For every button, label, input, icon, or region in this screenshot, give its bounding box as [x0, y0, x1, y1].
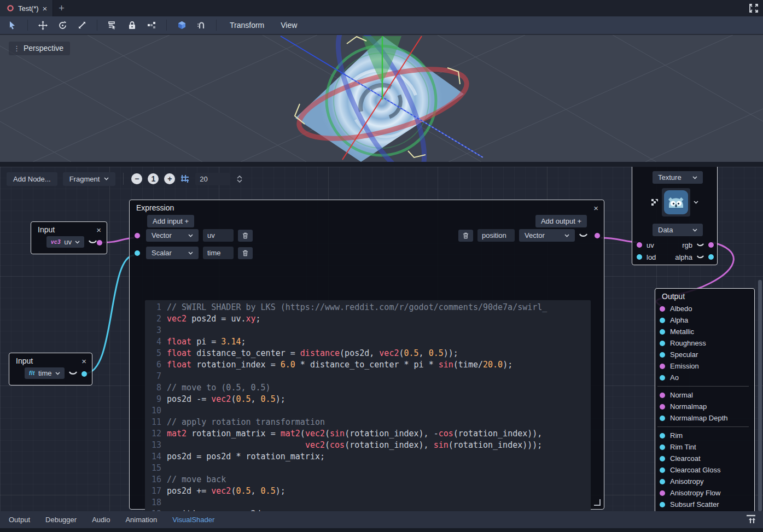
output-port-dot[interactable] — [708, 254, 714, 260]
input-name-field[interactable]: uv — [203, 229, 234, 242]
code-line[interactable]: 5float distance_to_center = distance(pos… — [145, 348, 591, 359]
node-resize-handle[interactable] — [594, 499, 601, 506]
close-icon[interactable]: × — [96, 226, 101, 234]
select-tool-button[interactable] — [7, 19, 19, 31]
remove-output-button[interactable] — [458, 230, 473, 242]
port-preview-icon[interactable] — [697, 255, 704, 259]
code-line[interactable]: 7 — [145, 371, 591, 382]
input-source-dropdown[interactable]: flt time — [25, 367, 65, 379]
perspective-menu[interactable]: ⋮ Perspective — [9, 42, 70, 55]
graph-vscrollbar[interactable] — [758, 280, 762, 511]
group-selected-button[interactable] — [145, 19, 158, 31]
code-line[interactable]: 15 — [145, 463, 591, 474]
chevron-down-icon[interactable] — [694, 201, 698, 204]
code-line[interactable]: 18 — [145, 497, 591, 508]
input-type-dropdown[interactable]: Vector — [146, 229, 199, 242]
expand-bottom-panel-icon[interactable] — [745, 515, 756, 524]
input-port-dot[interactable] — [660, 479, 665, 484]
new-tab-button[interactable]: + — [59, 3, 65, 13]
input-port-dot[interactable] — [660, 416, 665, 421]
code-line[interactable]: 4float pi = 3.14; — [145, 336, 591, 348]
input-port-dot[interactable] — [660, 445, 665, 450]
add-output-button[interactable]: Add output + — [535, 215, 587, 227]
bottom-tab-animation[interactable]: Animation — [125, 516, 157, 524]
input-port-dot[interactable] — [660, 352, 665, 358]
snap-grid-toggle[interactable] — [180, 174, 190, 184]
add-node-button[interactable]: Add Node... — [7, 172, 57, 186]
code-line[interactable]: 10 — [145, 405, 591, 417]
add-input-button[interactable]: Add input + — [147, 215, 194, 227]
code-line[interactable]: 1// SWIRL SHADER by LKS (https://www.red… — [145, 302, 591, 313]
lock-selected-button[interactable] — [126, 19, 138, 31]
port-preview-icon[interactable] — [697, 243, 704, 247]
output-port-dot[interactable] — [81, 371, 87, 377]
bottom-tab-visualshader[interactable]: VisualShader — [172, 516, 214, 524]
snap-step-spinner[interactable] — [237, 176, 242, 183]
panel-splitter[interactable] — [0, 162, 763, 167]
input-port-dot[interactable] — [660, 329, 665, 335]
port-preview-icon[interactable] — [89, 240, 97, 244]
input-port-dot[interactable] — [135, 250, 140, 256]
code-line[interactable]: 11// apply rotation transformation — [145, 417, 591, 428]
input-port-dot[interactable] — [660, 364, 665, 369]
texture-node[interactable]: Texture — [632, 167, 718, 265]
remove-input-button[interactable] — [238, 247, 253, 259]
input-port-dot[interactable] — [637, 242, 642, 248]
input-port-dot[interactable] — [660, 467, 665, 473]
input-port-dot[interactable] — [660, 341, 665, 346]
code-line[interactable]: 12mat2 rotation_matrix = mat2(vec2(sin(r… — [145, 428, 591, 440]
fullscreen-icon[interactable] — [749, 3, 759, 13]
input-port-dot[interactable] — [135, 233, 140, 238]
remove-input-button[interactable] — [238, 230, 253, 242]
output-type-dropdown[interactable]: Vector — [519, 229, 575, 242]
code-line[interactable]: 6float rotation_index = 6.0 * distance_t… — [145, 359, 591, 371]
rotate-tool-button[interactable] — [56, 19, 68, 31]
zoom-in-button[interactable]: + — [164, 173, 175, 184]
snap-mode-button[interactable] — [195, 19, 207, 31]
input-port-dot[interactable] — [660, 375, 665, 381]
input-port-dot[interactable] — [660, 393, 665, 398]
input-type-dropdown[interactable]: Scalar — [146, 247, 199, 259]
bottom-tab-output[interactable]: Output — [9, 516, 30, 524]
code-line[interactable]: 8// move to (0.5, 0.5) — [145, 382, 591, 394]
bottom-tab-audio[interactable]: Audio — [92, 516, 110, 524]
expression-node[interactable]: Expression × Add input + Add output + Ve… — [129, 200, 604, 510]
scale-tool-button[interactable] — [76, 19, 88, 31]
texture-preview-button[interactable] — [662, 188, 690, 217]
code-line[interactable]: 3 — [145, 325, 591, 336]
local-space-button[interactable] — [176, 19, 188, 31]
tab-close-icon[interactable]: × — [43, 4, 48, 13]
snap-step-input[interactable]: 20 — [195, 173, 230, 185]
code-line[interactable]: 17pos2d += vec2(0.5, 0.5); — [145, 486, 591, 497]
port-preview-icon[interactable] — [579, 233, 587, 238]
zoom-reset-button[interactable]: 1 — [148, 173, 159, 184]
move-tool-button[interactable] — [37, 19, 49, 31]
texture-source-dropdown[interactable]: Texture — [653, 171, 703, 184]
code-line[interactable]: 2vec2 pos2d = uv.xy; — [145, 313, 591, 325]
code-line[interactable]: 14pos2d = pos2d * rotation_matrix; — [145, 451, 591, 463]
code-line[interactable]: 13 vec2(cos(rotation_index), sin(rotatio… — [145, 440, 591, 451]
visual-shader-graph[interactable]: Add Node... Fragment − 1 + 20 — [0, 167, 763, 511]
list-select-tool-button[interactable] — [106, 19, 118, 31]
code-line[interactable]: 16// move back — [145, 474, 591, 486]
view-menu[interactable]: View — [276, 21, 301, 30]
shader-stage-dropdown[interactable]: Fragment — [63, 172, 116, 186]
texture-edit-icon[interactable] — [651, 198, 659, 206]
output-port-dot[interactable] — [595, 233, 600, 238]
bottom-tab-debugger[interactable]: Debugger — [45, 516, 77, 524]
input-port-dot[interactable] — [660, 456, 665, 461]
scene-tab-test[interactable]: Test(*) × — [0, 0, 53, 16]
expression-code-editor[interactable]: 1// SWIRL SHADER by LKS (https://www.red… — [145, 300, 591, 511]
input-name-field[interactable]: time — [203, 247, 234, 259]
input-uv-node[interactable]: Input × vc3 uv — [31, 221, 107, 254]
input-port-dot[interactable] — [660, 433, 665, 439]
input-time-node[interactable]: Input × flt time — [9, 353, 92, 385]
output-port-dot[interactable] — [708, 242, 714, 248]
texture-data-dropdown[interactable]: Data — [653, 224, 703, 236]
input-source-dropdown[interactable]: vc3 uv — [46, 236, 84, 248]
code-line[interactable]: 9pos2d -= vec2(0.5, 0.5); — [145, 394, 591, 405]
input-port-dot[interactable] — [660, 490, 665, 496]
input-port-dot[interactable] — [660, 306, 665, 312]
close-icon[interactable]: × — [81, 357, 86, 365]
zoom-out-button[interactable]: − — [131, 173, 142, 184]
